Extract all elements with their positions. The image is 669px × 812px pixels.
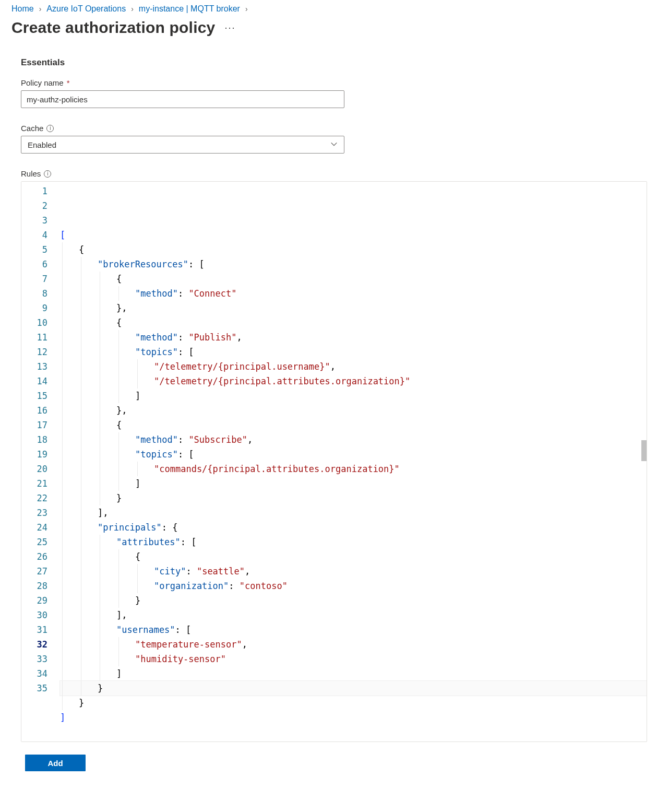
editor-line[interactable]: "attributes": [: [60, 535, 647, 549]
breadcrumb-instance-broker[interactable]: my-instance | MQTT broker: [139, 4, 240, 14]
editor-line-number: 27: [33, 564, 47, 579]
editor-line-number: 29: [33, 593, 47, 608]
required-mark: *: [67, 78, 70, 87]
editor-line[interactable]: "method": "Subscribe",: [60, 432, 647, 447]
editor-line-number: 25: [33, 535, 47, 549]
editor-line-number: 28: [33, 579, 47, 593]
cache-select-value: Enabled: [28, 140, 56, 149]
editor-line-number: 32: [33, 637, 47, 652]
editor-line[interactable]: ],: [60, 505, 647, 520]
editor-line[interactable]: "brokerResources": [: [60, 257, 647, 272]
editor-line[interactable]: "principals": {: [60, 520, 647, 535]
editor-line[interactable]: "topics": [: [60, 345, 647, 359]
editor-line-number: 18: [33, 432, 47, 447]
editor-line[interactable]: [60, 725, 647, 739]
editor-line-number: 17: [33, 418, 47, 432]
editor-line[interactable]: ],: [60, 608, 647, 622]
editor-line-number: 26: [33, 549, 47, 564]
editor-line-number: 34: [33, 666, 47, 681]
editor-line[interactable]: }: [60, 681, 647, 696]
editor-line-number: 5: [33, 242, 47, 257]
chevron-right-icon: ›: [245, 5, 248, 13]
editor-line[interactable]: }: [60, 491, 647, 505]
editor-line-number: 2: [33, 198, 47, 213]
editor-line[interactable]: "organization": "contoso": [60, 579, 647, 593]
editor-line[interactable]: {: [60, 272, 647, 286]
editor-line-number: 1: [33, 184, 47, 198]
editor-line[interactable]: {: [60, 315, 647, 330]
editor-line-number: 33: [33, 652, 47, 666]
editor-line-number: 9: [33, 301, 47, 315]
editor-line[interactable]: "method": "Connect": [60, 286, 647, 301]
editor-line[interactable]: },: [60, 301, 647, 315]
editor-line[interactable]: "commands/{principal.attributes.organiza…: [60, 462, 647, 476]
policy-name-label: Policy name: [21, 78, 64, 87]
essentials-heading: Essentials: [21, 57, 501, 68]
editor-line-number: 30: [33, 608, 47, 622]
editor-line-number: 15: [33, 389, 47, 403]
editor-line[interactable]: ]: [60, 710, 647, 725]
editor-line[interactable]: "/telemetry/{principal.username}",: [60, 359, 647, 374]
editor-line-number: 31: [33, 622, 47, 637]
editor-line[interactable]: {: [60, 242, 647, 257]
editor-line[interactable]: }: [60, 593, 647, 608]
editor-line-number: 12: [33, 345, 47, 359]
breadcrumb-home[interactable]: Home: [11, 4, 34, 14]
editor-line[interactable]: },: [60, 403, 647, 418]
editor-line[interactable]: "method": "Publish",: [60, 330, 647, 345]
editor-line-number: 23: [33, 505, 47, 520]
editor-line[interactable]: "usernames": [: [60, 622, 647, 637]
editor-line-number: 11: [33, 330, 47, 345]
editor-line-number: 7: [33, 272, 47, 286]
editor-line-number: 35: [33, 681, 47, 696]
chevron-right-icon: ›: [131, 5, 134, 13]
cache-label: Cache: [21, 124, 43, 133]
editor-line-number: 22: [33, 491, 47, 505]
editor-line[interactable]: ]: [60, 666, 647, 681]
editor-line[interactable]: ]: [60, 476, 647, 491]
editor-line[interactable]: [: [60, 228, 647, 242]
editor-line[interactable]: "/telemetry/{principal.attributes.organi…: [60, 374, 647, 389]
editor-line-number: 16: [33, 403, 47, 418]
breadcrumb: Home › Azure IoT Operations › my-instanc…: [0, 0, 669, 17]
editor-line[interactable]: "topics": [: [60, 447, 647, 462]
chevron-down-icon: [330, 140, 338, 149]
editor-line[interactable]: ]: [60, 389, 647, 403]
editor-line-number: 19: [33, 447, 47, 462]
editor-line-number: 10: [33, 315, 47, 330]
editor-line-number: 20: [33, 462, 47, 476]
page-title: Create authorization policy: [11, 19, 215, 37]
editor-line-number: 13: [33, 359, 47, 374]
editor-line[interactable]: "temperature-sensor",: [60, 637, 647, 652]
info-icon[interactable]: i: [46, 125, 54, 132]
cache-select[interactable]: Enabled: [21, 136, 344, 154]
info-icon[interactable]: i: [44, 170, 51, 178]
editor-line[interactable]: "city": "seattle",: [60, 564, 647, 579]
editor-line[interactable]: {: [60, 418, 647, 432]
add-button[interactable]: Add: [25, 755, 86, 771]
editor-line-number: 4: [33, 228, 47, 242]
editor-line[interactable]: "humidity-sensor": [60, 652, 647, 666]
editor-line[interactable]: {: [60, 549, 647, 564]
editor-line-number: 14: [33, 374, 47, 389]
editor-line-number: 6: [33, 257, 47, 272]
more-actions-button[interactable]: ···: [224, 22, 235, 33]
editor-line-number: 24: [33, 520, 47, 535]
editor-line-number: 3: [33, 213, 47, 228]
editor-line[interactable]: }: [60, 696, 647, 710]
chevron-right-icon: ›: [39, 5, 42, 13]
policy-name-input[interactable]: [21, 90, 344, 108]
editor-gutter: 1234567891011121314151617181920212223242…: [21, 182, 55, 742]
editor-code-area[interactable]: [{"brokerResources": [{"method": "Connec…: [55, 182, 647, 742]
editor-line-number: 8: [33, 286, 47, 301]
editor-line-number: 21: [33, 476, 47, 491]
rules-label: Rules: [21, 169, 41, 178]
rules-editor[interactable]: 1234567891011121314151617181920212223242…: [21, 181, 647, 742]
breadcrumb-iot-ops[interactable]: Azure IoT Operations: [46, 4, 126, 14]
